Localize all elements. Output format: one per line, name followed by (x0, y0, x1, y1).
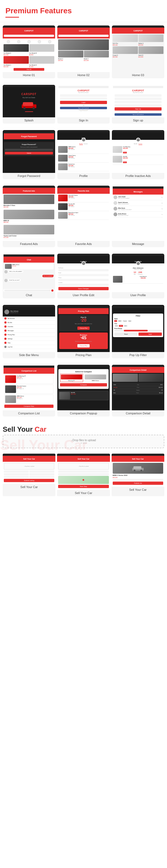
comp-list-item-2[interactable]: Chevrolet Camaro $35,500 2021 · Manual ·… (4, 384, 54, 394)
confirm-password-field[interactable] (115, 104, 162, 106)
featured-item-1[interactable]: Mercedes C Class $45,000 (3, 194, 54, 209)
sell01-submit[interactable]: Submit Listing (4, 479, 54, 482)
search-bar[interactable] (4, 35, 54, 37)
featured-item-3[interactable]: Toyota Land Cruiser $72,000 (3, 225, 54, 239)
forgot-email-field[interactable] (5, 149, 53, 151)
message-item-2[interactable]: Sarah Johnson What is the final price? 1… (113, 201, 163, 206)
comp-popup-car-1[interactable]: Mustang GT (60, 374, 83, 382)
home03-item-2[interactable]: Sedan X$28,500 (138, 34, 164, 46)
sidebar-item-settings[interactable]: Settings (3, 337, 55, 341)
sell01-field-1[interactable] (4, 470, 29, 473)
comp-popup-car-2[interactable]: BMW 4 Series (84, 374, 107, 382)
filter-chip-2021[interactable]: 2021 (119, 325, 123, 327)
sidebar-item-logout[interactable]: Log Out (3, 345, 55, 349)
tab-inactive[interactable]: Inactive (138, 143, 142, 145)
facebook-button[interactable]: Sign in with Facebook (60, 107, 107, 109)
sell01-upload[interactable]: ↓ Drop files to upload (4, 463, 54, 470)
filter-apply-button[interactable]: Apply (138, 333, 162, 336)
sell02-field-2[interactable] (58, 473, 109, 475)
forgot-link[interactable]: Forgot Password? (60, 110, 107, 111)
signup-facebook-button[interactable]: Sign up with Facebook (115, 113, 162, 116)
sidebar-item-pricing[interactable]: Pricing Plan (3, 333, 55, 337)
car-listing-item-4[interactable]: Car Model D$7,500 (29, 56, 55, 67)
sell01-field-6[interactable] (29, 476, 54, 478)
upe-phone-field[interactable] (58, 279, 109, 281)
password-field[interactable] (60, 98, 107, 100)
comp-popup-btn[interactable]: Compare (60, 383, 107, 386)
brand-logo-3[interactable] (27, 40, 31, 43)
tab-myads[interactable]: My Ads (134, 143, 137, 145)
up-listing-1[interactable]: Tesla Model 3 $48,000 (113, 276, 163, 284)
sell02-field-1[interactable] (58, 470, 109, 473)
view-all-button[interactable]: View All (13, 68, 44, 71)
sidebar-item-messages[interactable]: Messages (3, 329, 55, 333)
filter-chip-toyota[interactable]: Toyota (122, 320, 127, 322)
home02-item-1[interactable]: Model X$18,000 (58, 51, 83, 61)
email-field[interactable] (60, 94, 107, 97)
compare-now-button[interactable]: Compare Now (4, 405, 54, 408)
login-button[interactable]: Login (60, 101, 107, 104)
profile-listing-3[interactable]: Honda Civic $14,200 2021 · 28,000 km (58, 163, 109, 171)
home02-item-2[interactable]: Model Y$22,000 (84, 51, 109, 61)
home03-item-4[interactable]: Hatch R$19,800 (138, 46, 164, 58)
brand-logo-5[interactable] (48, 40, 51, 43)
home03-item-3[interactable]: Coupe S$42,000 (113, 46, 138, 58)
sidebar-label-help: Help (8, 342, 10, 344)
car-listing-item-1[interactable]: Car Model A$12,500 (3, 44, 29, 56)
sell01-field-2[interactable] (29, 470, 54, 473)
inactive-listing-1[interactable]: Ford Mustang $32,000 Inactive (113, 146, 164, 155)
favorite-item-3[interactable]: Range Rover Sport $82,000 2020 · 35,000 … (58, 212, 109, 220)
search-bar-home02[interactable] (58, 35, 109, 37)
sell01-field-5[interactable] (4, 476, 29, 478)
sell01-field-3[interactable] (4, 473, 29, 475)
sidebar-item-account[interactable]: My Account (3, 316, 55, 320)
upload-area[interactable]: ↓Drop files to upload or add (3, 435, 164, 448)
filter-chip-all[interactable]: All (114, 320, 117, 322)
signup-email-field[interactable] (115, 98, 162, 100)
message-item-4[interactable]: Emily Brown Any accident history? 5h (113, 213, 163, 217)
sell02-upload[interactable]: ↓ Drop files to upload (58, 463, 109, 470)
comp-popup-listing-1[interactable]: Audi A6 $62,000 (58, 391, 109, 400)
signup-password-field[interactable] (115, 101, 162, 103)
filter-price-slider[interactable] (114, 330, 162, 332)
car-listing-item-2[interactable]: Car Model B$9,800 (29, 44, 55, 56)
comp-list-item-3[interactable]: BMW 4 Series $52,000 2022 · Auto · I4 (4, 395, 54, 404)
profile-listing-1[interactable]: BMW 3 Series $25,000 2020 · 45,000 km (58, 146, 109, 154)
sell03-desc-field[interactable] (113, 479, 163, 481)
brand-logo-4[interactable] (38, 40, 41, 43)
inactive-listing-2[interactable]: Audi A4 $29,500 Inactive (113, 156, 164, 165)
sell01-field-4[interactable] (29, 473, 54, 475)
profile-listing-2[interactable]: Toyota Camry $18,500 2019 · 62,000 km (58, 155, 109, 163)
upe-name-field[interactable] (58, 269, 109, 271)
filter-reset-button[interactable]: Reset (114, 333, 138, 336)
upe-save-button[interactable]: Save Changes (58, 287, 109, 290)
name-field[interactable] (115, 94, 162, 97)
home03-item-1[interactable]: SUV Pro$35,000 (113, 34, 138, 46)
sell03-publish[interactable]: Publish Ad (113, 482, 163, 485)
comp-list-item-1[interactable]: Ford Mustang GT $38,000 2022 · Auto · V8 (4, 374, 54, 384)
filter-chip-2022[interactable]: 2022 (123, 325, 128, 327)
car-listing-item-3[interactable]: Car Model C$15,000 (3, 56, 29, 67)
upe-email-field[interactable] (58, 274, 109, 276)
plan-btn-01[interactable]: Choose Plan (77, 327, 90, 330)
profile-tab-myads[interactable]: My Ads (79, 143, 83, 145)
message-item-1[interactable]: John Smith Is the car still available? 2… (113, 195, 163, 200)
sidebar-item-help[interactable]: Help (3, 341, 55, 345)
sidebar-item-ads[interactable]: My Ads (3, 320, 55, 324)
plan-btn-business[interactable]: Choose Plan (77, 344, 90, 347)
brand-logo-1[interactable] (7, 40, 10, 43)
favorite-item-2[interactable]: Porsche 911 $95,000 2021 · 8,000 km (58, 203, 109, 211)
upe-location-field[interactable] (58, 284, 109, 286)
sidebar-item-favorites[interactable]: Favorites (3, 324, 55, 329)
sell02-submit[interactable]: Next Step (58, 485, 109, 488)
filter-chip-bmw[interactable]: BMW (118, 320, 122, 322)
profile-tab-inactive[interactable]: Inactive (84, 143, 88, 145)
message-item-3[interactable]: Mike Davis Can I schedule a test drive? … (113, 207, 163, 212)
forgot-submit-button[interactable]: Submit (5, 152, 53, 154)
favorite-item-1[interactable]: Chevrolet Camaro $38,000 2022 · 12,000 k… (58, 194, 109, 203)
brand-logo-2[interactable] (17, 40, 20, 43)
filter-chip-2020[interactable]: 2020 (114, 325, 118, 327)
featured-item-2[interactable]: BMW X5 $58,000 (3, 210, 54, 224)
signup-button[interactable]: Sign Up (115, 107, 162, 111)
filter-chip-audi[interactable]: Audi (128, 320, 132, 322)
